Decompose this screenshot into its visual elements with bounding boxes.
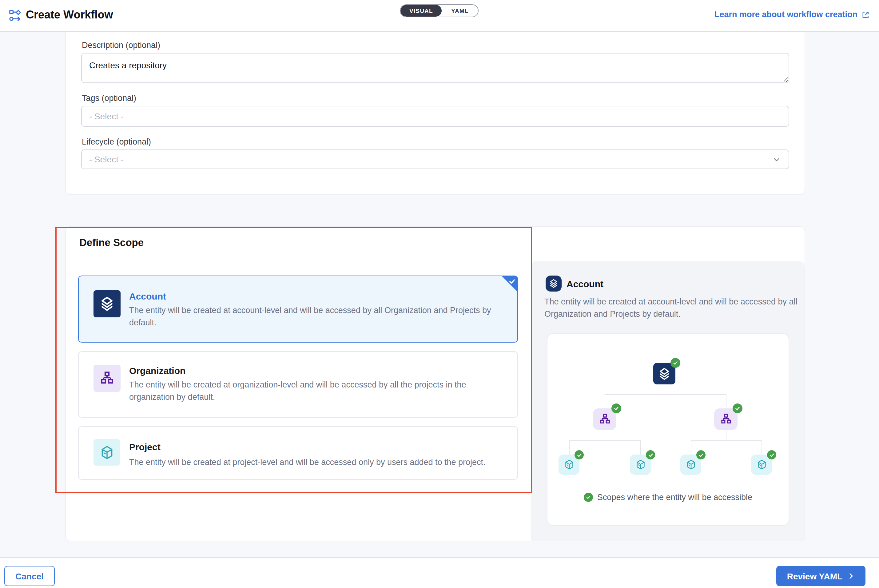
- connector-line: [762, 440, 762, 454]
- connector-line: [691, 440, 692, 454]
- page-footer: Cancel Review YAML: [0, 557, 879, 588]
- desc-line: The entity will be created at account-le…: [129, 304, 491, 317]
- cube-icon: [685, 459, 697, 471]
- desc-line: The entity will be created at organizati…: [129, 379, 466, 391]
- check-icon: [735, 405, 741, 411]
- check-badge: [670, 358, 680, 368]
- scope-hierarchy-diagram: Scopes where the entity will be accessib…: [547, 333, 789, 526]
- page-title: Create Workflow: [26, 9, 113, 21]
- chevron-right-icon: [847, 572, 855, 580]
- create-workflow-page: Create Workflow VISUAL YAML Learn more a…: [0, 0, 879, 588]
- desc-line: The entity will be created at account-le…: [544, 296, 797, 308]
- scope-option-title: Project: [129, 442, 160, 452]
- page-header: Create Workflow VISUAL YAML Learn more a…: [0, 0, 879, 32]
- check-badge: [733, 404, 742, 413]
- desc-line: Organization and Projects by default.: [544, 308, 797, 321]
- scope-detail-panel: Account The entity will be created at ac…: [531, 261, 805, 541]
- diagram-legend: Scopes where the entity will be accessib…: [548, 493, 789, 502]
- account-tile: [93, 290, 121, 317]
- chevron-down-icon: [772, 155, 781, 164]
- tree-project-node: [558, 454, 579, 475]
- org-chart-icon: [719, 413, 732, 426]
- visual-yaml-toggle[interactable]: VISUAL YAML: [400, 4, 478, 17]
- scope-option-desc: The entity will be created at project-le…: [129, 456, 486, 469]
- desc-line: default.: [129, 317, 491, 329]
- cube-icon: [99, 444, 115, 460]
- connector-line: [569, 440, 570, 454]
- connector-line: [664, 384, 664, 394]
- scope-option-organization[interactable]: Organization The entity will be created …: [78, 351, 518, 418]
- learn-more-link[interactable]: Learn more about workflow creation: [714, 10, 870, 19]
- check-icon: [698, 452, 704, 458]
- workflow-icon: [9, 9, 21, 22]
- scope-option-desc: The entity will be created at account-le…: [129, 304, 491, 329]
- scope-option-desc: The entity will be created at organizati…: [129, 379, 466, 404]
- review-yaml-button[interactable]: Review YAML: [776, 566, 866, 586]
- detail-description: The entity will be created at account-le…: [544, 296, 797, 321]
- scope-option-project[interactable]: Project The entity will be created at pr…: [78, 426, 518, 480]
- description-input[interactable]: Creates a repository: [81, 53, 789, 83]
- check-icon: [613, 405, 620, 411]
- toggle-yaml[interactable]: YAML: [442, 5, 478, 16]
- check-badge: [574, 450, 584, 459]
- connector-line: [604, 430, 605, 440]
- cube-icon: [563, 459, 575, 471]
- layers-icon: [99, 296, 115, 312]
- tree-project-node: [751, 454, 772, 475]
- tree-project-node: [680, 454, 701, 475]
- organization-tile: [93, 365, 121, 392]
- cube-icon: [634, 459, 646, 471]
- check-badge: [696, 450, 705, 459]
- lifecycle-label: Lifecycle (optional): [82, 137, 151, 146]
- lifecycle-select[interactable]: - Select -: [81, 150, 789, 169]
- define-scope-card: Define Scope Account The entity will be …: [65, 226, 805, 541]
- check-badge: [767, 450, 776, 459]
- scope-option-account[interactable]: Account The entity will be created at ac…: [78, 276, 518, 343]
- layers-icon: [657, 367, 671, 380]
- connector-line: [726, 430, 726, 440]
- org-chart-icon: [99, 370, 115, 386]
- desc-line: The entity will be created at project-le…: [129, 456, 486, 469]
- tree-account-node: [653, 363, 675, 384]
- learn-more-label: Learn more about workflow creation: [714, 10, 858, 19]
- account-icon-badge: [546, 276, 562, 291]
- desc-line: organization by default.: [129, 391, 466, 404]
- define-scope-title: Define Scope: [80, 237, 144, 249]
- tags-select[interactable]: - Select -: [81, 106, 789, 127]
- connector-line: [640, 440, 641, 454]
- check-icon: [584, 493, 593, 502]
- detail-title: Account: [567, 279, 603, 289]
- legend-label: Scopes where the entity will be accessib…: [597, 493, 752, 502]
- scope-option-title: Account: [129, 291, 166, 302]
- check-icon: [672, 360, 678, 366]
- check-icon: [769, 452, 775, 458]
- tree-organization-node: [593, 408, 616, 430]
- org-chart-icon: [598, 413, 611, 426]
- connector-line: [726, 394, 726, 408]
- description-label: Description (optional): [82, 40, 160, 50]
- tree-organization-node: [714, 408, 738, 430]
- connector-line: [691, 440, 762, 441]
- project-tile: [93, 439, 120, 466]
- cube-icon: [756, 459, 767, 471]
- toggle-visual[interactable]: VISUAL: [400, 5, 442, 16]
- connector-line: [604, 394, 605, 408]
- tree-project-node: [630, 454, 651, 475]
- connector-line: [569, 440, 640, 441]
- lifecycle-placeholder: - Select -: [89, 154, 124, 164]
- tags-label: Tags (optional): [82, 93, 136, 103]
- review-yaml-label: Review YAML: [787, 571, 843, 581]
- check-badge: [611, 404, 621, 413]
- check-badge: [646, 450, 655, 459]
- layers-icon: [549, 279, 558, 288]
- check-icon: [576, 452, 582, 458]
- external-link-icon: [861, 10, 870, 19]
- workflow-details-card: Description (optional) Creates a reposit…: [65, 32, 805, 195]
- check-icon: [647, 452, 654, 458]
- tags-placeholder: - Select -: [89, 111, 124, 121]
- scope-option-title: Organization: [129, 365, 186, 376]
- cancel-button[interactable]: Cancel: [4, 566, 55, 586]
- check-icon: [508, 278, 516, 285]
- connector-line: [604, 394, 726, 395]
